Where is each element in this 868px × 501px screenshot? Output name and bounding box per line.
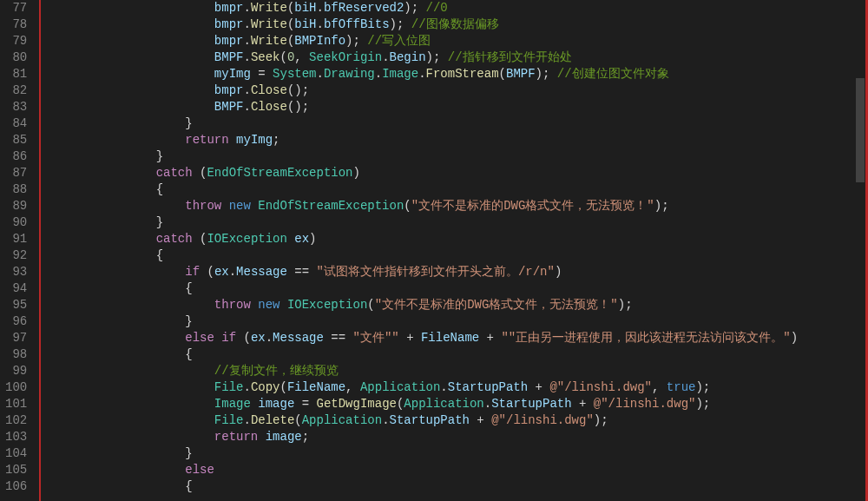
token-va: FileName [421, 331, 479, 345]
token-st: "试图将文件指针移到文件开头之前。/r/n" [317, 265, 555, 279]
line-number: 98 [5, 346, 27, 363]
code-line[interactable]: if (ex.Message == "试图将文件指针移到文件开头之前。/r/n"… [39, 264, 868, 280]
token-va: StartupPath [448, 380, 528, 394]
line-number: 95 [5, 297, 27, 313]
code-line[interactable]: { [39, 181, 868, 198]
token-k: else [185, 331, 214, 345]
token-st: @"/linshi.dwg" [549, 380, 652, 394]
code-line[interactable]: } [39, 115, 868, 132]
token-cm: //写入位图 [367, 34, 431, 48]
token-pn: ); [404, 1, 425, 15]
token-va: bmpr [214, 83, 244, 97]
line-number: 104 [5, 445, 27, 462]
line-number: 103 [5, 429, 27, 445]
code-line[interactable]: } [39, 148, 868, 165]
vertical-scrollbar[interactable] [854, 0, 865, 501]
token-pn: . [243, 413, 250, 427]
code-editor[interactable]: 7778798081828384858687888990919293949596… [0, 0, 868, 501]
code-line[interactable]: bmpr.Close(); [39, 82, 868, 99]
code-line[interactable]: { [39, 247, 868, 264]
code-line[interactable]: { [39, 346, 868, 363]
token-pn: ( [367, 298, 374, 312]
token-va: BMPF [214, 100, 244, 114]
code-line[interactable]: //复制文件，继续预览 [39, 363, 868, 379]
line-number: 86 [5, 148, 27, 165]
line-number: 96 [5, 313, 27, 330]
line-number: 92 [5, 247, 27, 264]
token-k: return [185, 133, 228, 147]
code-line[interactable]: myImg = System.Drawing.Image.FromStream(… [39, 66, 868, 82]
line-number: 82 [5, 82, 27, 99]
token-tp: EndOfStreamException [258, 199, 404, 213]
token-pn: == [324, 331, 353, 345]
line-number: 89 [5, 198, 27, 214]
code-line[interactable]: } [39, 313, 868, 330]
token-tp: Application [302, 413, 382, 427]
token-pn: ( [279, 380, 286, 394]
token-st: "文件不是标准的DWG格式文件，无法预览！" [375, 298, 618, 312]
code-line[interactable]: } [39, 214, 868, 231]
code-line[interactable]: return image; [39, 429, 868, 445]
code-line[interactable]: { [39, 280, 868, 297]
token-pn: = [294, 397, 316, 411]
token-st: @"/linshi.dwg" [491, 413, 594, 427]
token-k: throw [185, 199, 221, 213]
scrollbar-thumb[interactable] [856, 78, 865, 182]
token-st: "文件不是标准的DWG格式文件，无法预览！" [411, 199, 654, 213]
token-pn: , [345, 380, 360, 394]
token-pn: { [185, 479, 192, 493]
line-number: 79 [5, 33, 27, 49]
token-pn [229, 133, 236, 147]
token-pn: . [243, 100, 250, 114]
token-pn: ) [791, 331, 798, 345]
code-line[interactable]: bmpr.Write(biH.bfReserved2); //0 [39, 0, 868, 16]
code-line[interactable]: File.Delete(Application.StartupPath + @"… [39, 412, 868, 429]
code-area[interactable]: bmpr.Write(biH.bfReserved2); //0 bmpr.Wr… [39, 0, 868, 501]
code-line[interactable]: throw new EndOfStreamException("文件不是标准的D… [39, 198, 868, 214]
token-pn: ); [618, 298, 633, 312]
token-fn: FromStream [426, 67, 499, 81]
line-number-gutter: 7778798081828384858687888990919293949596… [0, 0, 39, 501]
token-cm: //指针移到文件开始处 [448, 50, 572, 64]
line-number: 102 [5, 412, 27, 429]
code-line[interactable]: BMPF.Close(); [39, 99, 868, 115]
code-line[interactable]: bmpr.Write(BMPInfo); //写入位图 [39, 33, 868, 49]
code-line[interactable]: else [39, 462, 868, 478]
token-va: BMPInfo [294, 34, 345, 48]
token-pn: . [243, 380, 250, 394]
token-pn: . [243, 1, 250, 15]
token-fn: Close [251, 100, 287, 114]
token-pn: ( [279, 50, 286, 64]
code-line[interactable]: bmpr.Write(biH.bfOffBits); //图像数据偏移 [39, 16, 868, 33]
token-k: catch [156, 232, 193, 246]
code-line[interactable]: throw new IOException("文件不是标准的DWG格式文件，无法… [39, 297, 868, 313]
token-pn: } [185, 116, 192, 130]
code-line[interactable]: } [39, 445, 868, 462]
token-pn: ( [294, 413, 301, 427]
code-line[interactable]: File.Copy(FileName, Application.StartupP… [39, 379, 868, 396]
code-line[interactable]: { [39, 478, 868, 495]
token-va: bfOffBits [324, 17, 390, 31]
token-pn: ( [236, 331, 251, 345]
code-line[interactable]: return myImg; [39, 132, 868, 148]
token-k: throw [214, 298, 251, 312]
code-line[interactable]: Image image = GetDwgImage(Application.St… [39, 396, 868, 412]
token-pn: . [317, 67, 324, 81]
token-tp: SeekOrigin [309, 50, 382, 64]
token-pn: ) [555, 265, 562, 279]
code-line[interactable]: else if (ex.Message == "文件"" + FileName … [39, 330, 868, 346]
code-line[interactable]: catch (IOException ex) [39, 231, 868, 247]
token-pn: ); [345, 34, 367, 48]
token-pn: } [185, 446, 192, 460]
token-tp: File [214, 380, 244, 394]
token-va: Begin [390, 50, 426, 64]
token-pn: ( [499, 67, 506, 81]
code-line[interactable]: BMPF.Seek(0, SeekOrigin.Begin); //指针移到文件… [39, 49, 868, 66]
token-pn: ) [309, 232, 316, 246]
token-st: @"/linshi.dwg" [594, 397, 696, 411]
token-k: return [214, 430, 258, 444]
line-number: 94 [5, 280, 27, 297]
token-pn: { [156, 248, 163, 262]
line-number: 100 [5, 379, 27, 396]
code-line[interactable]: catch (EndOfStreamException) [39, 165, 868, 181]
